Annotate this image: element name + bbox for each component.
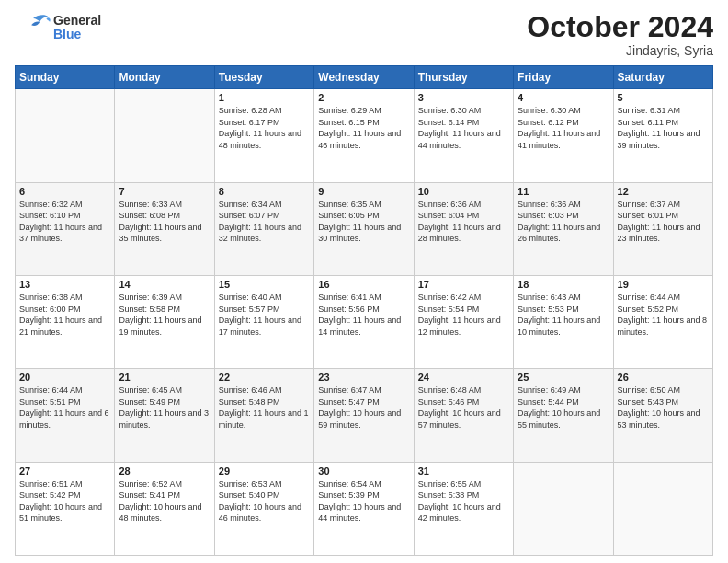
calendar-cell: 5Sunrise: 6:31 AMSunset: 6:11 PMDaylight… [613, 89, 712, 182]
cell-info: Sunrise: 6:52 AMSunset: 5:41 PMDaylight:… [119, 478, 210, 524]
cell-info: Sunrise: 6:29 AMSunset: 6:15 PMDaylight:… [318, 105, 409, 151]
logo-blue: Blue [53, 28, 101, 41]
weekday-header: Wednesday [314, 66, 414, 89]
calendar-header: SundayMondayTuesdayWednesdayThursdayFrid… [16, 66, 713, 89]
day-number: 31 [418, 465, 509, 477]
day-number: 22 [219, 372, 310, 383]
cell-info: Sunrise: 6:55 AMSunset: 5:38 PMDaylight:… [418, 478, 509, 524]
cell-info: Sunrise: 6:33 AMSunset: 6:08 PMDaylight:… [119, 199, 210, 245]
cell-info: Sunrise: 6:48 AMSunset: 5:46 PMDaylight:… [418, 385, 509, 431]
cell-info: Sunrise: 6:45 AMSunset: 5:49 PMDaylight:… [119, 385, 210, 431]
weekday-header: Sunday [16, 66, 115, 89]
calendar-cell: 12Sunrise: 6:37 AMSunset: 6:01 PMDayligh… [613, 182, 712, 275]
calendar-cell: 2Sunrise: 6:29 AMSunset: 6:15 PMDaylight… [314, 89, 414, 182]
calendar-table: SundayMondayTuesdayWednesdayThursdayFrid… [15, 65, 713, 556]
cell-info: Sunrise: 6:28 AMSunset: 6:17 PMDaylight:… [219, 105, 310, 151]
cell-info: Sunrise: 6:43 AMSunset: 5:53 PMDaylight:… [518, 292, 609, 338]
cell-info: Sunrise: 6:31 AMSunset: 6:11 PMDaylight:… [618, 105, 709, 151]
cell-info: Sunrise: 6:32 AMSunset: 6:10 PMDaylight:… [19, 199, 110, 245]
day-number: 24 [418, 372, 509, 383]
cell-info: Sunrise: 6:50 AMSunset: 5:43 PMDaylight:… [618, 385, 709, 431]
cell-info: Sunrise: 6:40 AMSunset: 5:57 PMDaylight:… [219, 292, 310, 338]
weekday-header: Thursday [414, 66, 513, 89]
calendar-cell: 17Sunrise: 6:42 AMSunset: 5:54 PMDayligh… [414, 275, 513, 368]
cell-info: Sunrise: 6:54 AMSunset: 5:39 PMDaylight:… [318, 478, 409, 524]
page: General Blue October 2024 Jindayris, Syr… [0, 0, 728, 563]
cell-info: Sunrise: 6:44 AMSunset: 5:51 PMDaylight:… [19, 385, 110, 431]
day-number: 1 [219, 92, 310, 103]
weekday-row: SundayMondayTuesdayWednesdayThursdayFrid… [16, 66, 713, 89]
day-number: 27 [19, 465, 110, 477]
day-number: 5 [618, 92, 709, 103]
day-number: 30 [318, 465, 409, 477]
cell-info: Sunrise: 6:35 AMSunset: 6:05 PMDaylight:… [318, 199, 409, 245]
calendar-cell: 15Sunrise: 6:40 AMSunset: 5:57 PMDayligh… [214, 275, 313, 368]
logo-text: General Blue [53, 14, 101, 42]
cell-info: Sunrise: 6:39 AMSunset: 5:58 PMDaylight:… [119, 292, 210, 338]
calendar-cell [16, 89, 115, 182]
calendar-cell: 6Sunrise: 6:32 AMSunset: 6:10 PMDaylight… [16, 182, 115, 275]
day-number: 26 [618, 372, 709, 383]
calendar-cell: 14Sunrise: 6:39 AMSunset: 5:58 PMDayligh… [115, 275, 214, 368]
calendar-cell: 27Sunrise: 6:51 AMSunset: 5:42 PMDayligh… [16, 462, 115, 555]
calendar-body: 1Sunrise: 6:28 AMSunset: 6:17 PMDaylight… [16, 89, 713, 556]
cell-info: Sunrise: 6:41 AMSunset: 5:56 PMDaylight:… [318, 292, 409, 338]
calendar-cell: 20Sunrise: 6:44 AMSunset: 5:51 PMDayligh… [16, 369, 115, 462]
day-number: 11 [518, 186, 609, 197]
calendar-cell: 19Sunrise: 6:44 AMSunset: 5:52 PMDayligh… [613, 275, 712, 368]
day-number: 16 [318, 279, 409, 290]
logo: General Blue [15, 11, 101, 44]
day-number: 29 [219, 465, 310, 477]
calendar-cell: 29Sunrise: 6:53 AMSunset: 5:40 PMDayligh… [214, 462, 313, 555]
calendar-cell: 13Sunrise: 6:38 AMSunset: 6:00 PMDayligh… [16, 275, 115, 368]
calendar-cell: 7Sunrise: 6:33 AMSunset: 6:08 PMDaylight… [115, 182, 214, 275]
day-number: 4 [518, 92, 609, 103]
cell-info: Sunrise: 6:51 AMSunset: 5:42 PMDaylight:… [19, 478, 110, 524]
day-number: 12 [618, 186, 709, 197]
day-number: 2 [318, 92, 409, 103]
cell-info: Sunrise: 6:46 AMSunset: 5:48 PMDaylight:… [219, 385, 310, 431]
cell-info: Sunrise: 6:44 AMSunset: 5:52 PMDaylight:… [618, 292, 709, 338]
cell-info: Sunrise: 6:47 AMSunset: 5:47 PMDaylight:… [318, 385, 409, 431]
cell-info: Sunrise: 6:30 AMSunset: 6:14 PMDaylight:… [418, 105, 509, 151]
calendar-cell [613, 462, 712, 555]
header: General Blue October 2024 Jindayris, Syr… [15, 11, 713, 58]
calendar-cell: 16Sunrise: 6:41 AMSunset: 5:56 PMDayligh… [314, 275, 414, 368]
day-number: 3 [418, 92, 509, 103]
calendar-week-row: 27Sunrise: 6:51 AMSunset: 5:42 PMDayligh… [16, 462, 713, 555]
calendar-cell: 1Sunrise: 6:28 AMSunset: 6:17 PMDaylight… [214, 89, 313, 182]
logo-general: General [53, 14, 101, 28]
cell-info: Sunrise: 6:36 AMSunset: 6:04 PMDaylight:… [418, 199, 509, 245]
weekday-header: Saturday [613, 66, 712, 89]
day-number: 14 [119, 279, 210, 290]
day-number: 25 [518, 372, 609, 383]
day-number: 18 [518, 279, 609, 290]
calendar-cell: 21Sunrise: 6:45 AMSunset: 5:49 PMDayligh… [115, 369, 214, 462]
day-number: 7 [119, 186, 210, 197]
calendar-cell: 22Sunrise: 6:46 AMSunset: 5:48 PMDayligh… [214, 369, 313, 462]
day-number: 28 [119, 465, 210, 477]
weekday-header: Monday [115, 66, 214, 89]
cell-info: Sunrise: 6:30 AMSunset: 6:12 PMDaylight:… [518, 105, 609, 151]
cell-info: Sunrise: 6:36 AMSunset: 6:03 PMDaylight:… [518, 199, 609, 245]
calendar-cell: 11Sunrise: 6:36 AMSunset: 6:03 PMDayligh… [514, 182, 613, 275]
calendar-cell: 8Sunrise: 6:34 AMSunset: 6:07 PMDaylight… [214, 182, 313, 275]
calendar-cell: 9Sunrise: 6:35 AMSunset: 6:05 PMDaylight… [314, 182, 414, 275]
cell-info: Sunrise: 6:49 AMSunset: 5:44 PMDaylight:… [518, 385, 609, 431]
calendar-cell: 24Sunrise: 6:48 AMSunset: 5:46 PMDayligh… [414, 369, 513, 462]
day-number: 20 [19, 372, 110, 383]
calendar-cell: 10Sunrise: 6:36 AMSunset: 6:04 PMDayligh… [414, 182, 513, 275]
calendar-cell: 28Sunrise: 6:52 AMSunset: 5:41 PMDayligh… [115, 462, 214, 555]
calendar-cell [514, 462, 613, 555]
calendar-cell: 18Sunrise: 6:43 AMSunset: 5:53 PMDayligh… [514, 275, 613, 368]
day-number: 23 [318, 372, 409, 383]
title-block: October 2024 Jindayris, Syria [527, 11, 713, 58]
day-number: 15 [219, 279, 310, 290]
day-number: 8 [219, 186, 310, 197]
cell-info: Sunrise: 6:53 AMSunset: 5:40 PMDaylight:… [219, 478, 310, 524]
cell-info: Sunrise: 6:42 AMSunset: 5:54 PMDaylight:… [418, 292, 509, 338]
day-number: 13 [19, 279, 110, 290]
day-number: 17 [418, 279, 509, 290]
calendar-week-row: 6Sunrise: 6:32 AMSunset: 6:10 PMDaylight… [16, 182, 713, 275]
calendar-cell: 3Sunrise: 6:30 AMSunset: 6:14 PMDaylight… [414, 89, 513, 182]
